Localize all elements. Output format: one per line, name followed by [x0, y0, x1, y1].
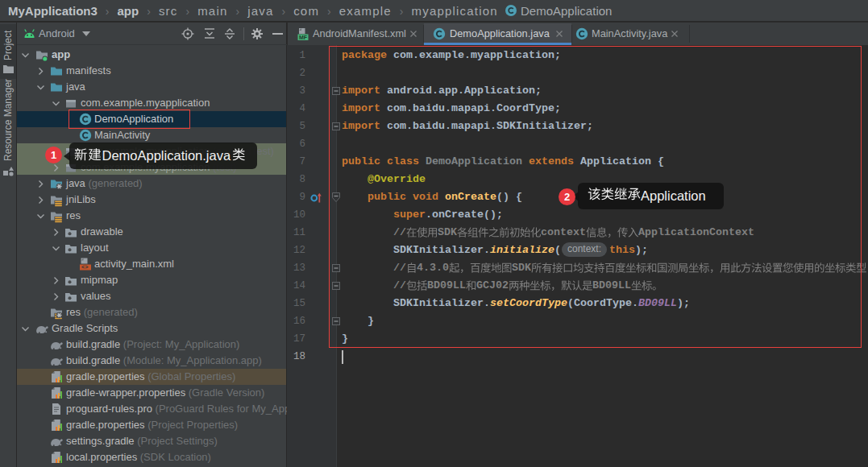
svg-text:<>: <> — [81, 264, 88, 271]
svg-text:MF: MF — [299, 35, 308, 40]
